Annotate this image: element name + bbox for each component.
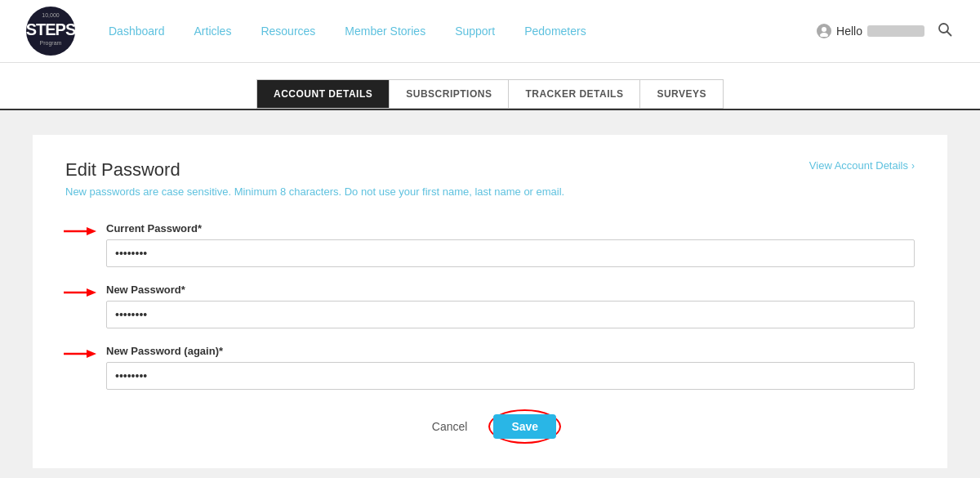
save-button-highlight: Save [488, 409, 561, 444]
svg-text:10,000: 10,000 [42, 12, 60, 18]
svg-marker-13 [87, 350, 96, 358]
user-area: Hello [817, 24, 924, 38]
logo[interactable]: 10,000 STEPS Program [24, 7, 78, 56]
view-account-details-link[interactable]: View Account Details › [809, 159, 915, 172]
chevron-right-icon: › [911, 160, 915, 172]
tab-subscriptions[interactable]: SUBSCRIPTIONS [390, 80, 509, 108]
hello-label: Hello [836, 25, 862, 38]
tab-tracker-details[interactable]: TRACKER DETAILS [509, 80, 640, 108]
save-button[interactable]: Save [493, 414, 556, 439]
svg-line-7 [947, 32, 951, 36]
tab-account-details[interactable]: ACCOUNT DETAILS [257, 80, 390, 108]
main-nav: Dashboard Articles Resources Member Stor… [94, 25, 817, 38]
cancel-button[interactable]: Cancel [419, 414, 481, 439]
svg-text:STEPS: STEPS [26, 20, 76, 38]
user-avatar-icon [817, 24, 831, 38]
nav-pedometers[interactable]: Pedometers [510, 25, 600, 38]
tabs-container: ACCOUNT DETAILS SUBSCRIPTIONS TRACKER DE… [256, 79, 724, 109]
current-password-group: Current Password* [106, 222, 915, 267]
form-title: Edit Password [65, 159, 564, 181]
svg-marker-9 [87, 227, 96, 235]
form-header: Edit Password New passwords are case sen… [65, 159, 915, 217]
new-password-again-input[interactable] [106, 362, 915, 390]
tab-surveys[interactable]: SURVEYS [640, 80, 723, 108]
arrow-indicator-1 [64, 222, 96, 240]
new-password-label: New Password* [106, 284, 915, 296]
main-content: Edit Password New passwords are case sen… [0, 110, 980, 478]
arrow-indicator-2 [64, 284, 96, 302]
nav-articles[interactable]: Articles [180, 25, 247, 38]
new-password-again-group: New Password (again)* [106, 345, 915, 390]
current-password-input[interactable] [106, 239, 915, 267]
form-actions: Cancel Save [65, 409, 915, 444]
new-password-again-label: New Password (again)* [106, 345, 915, 357]
svg-text:Program: Program [40, 40, 62, 47]
form-info-text: New passwords are case sensitive. Minimu… [65, 185, 564, 198]
nav-support[interactable]: Support [440, 25, 510, 38]
form-title-area: Edit Password New passwords are case sen… [65, 159, 564, 217]
nav-dashboard[interactable]: Dashboard [94, 25, 180, 38]
nav-resources[interactable]: Resources [246, 25, 330, 38]
header-right: Hello [817, 19, 956, 43]
nav-member-stories[interactable]: Member Stories [330, 25, 440, 38]
svg-point-5 [820, 33, 828, 37]
current-password-label: Current Password* [106, 222, 915, 235]
tabs-section: ACCOUNT DETAILS SUBSCRIPTIONS TRACKER DE… [0, 63, 980, 110]
form-container: Edit Password New passwords are case sen… [33, 135, 947, 468]
svg-marker-11 [87, 288, 96, 297]
new-password-group: New Password* [106, 284, 915, 328]
search-icon[interactable] [934, 19, 956, 43]
svg-point-4 [822, 27, 826, 32]
new-password-input[interactable] [106, 301, 915, 328]
main-header: 10,000 STEPS Program Dashboard Articles … [0, 0, 980, 63]
arrow-indicator-3 [64, 345, 96, 363]
username-display [867, 25, 924, 37]
